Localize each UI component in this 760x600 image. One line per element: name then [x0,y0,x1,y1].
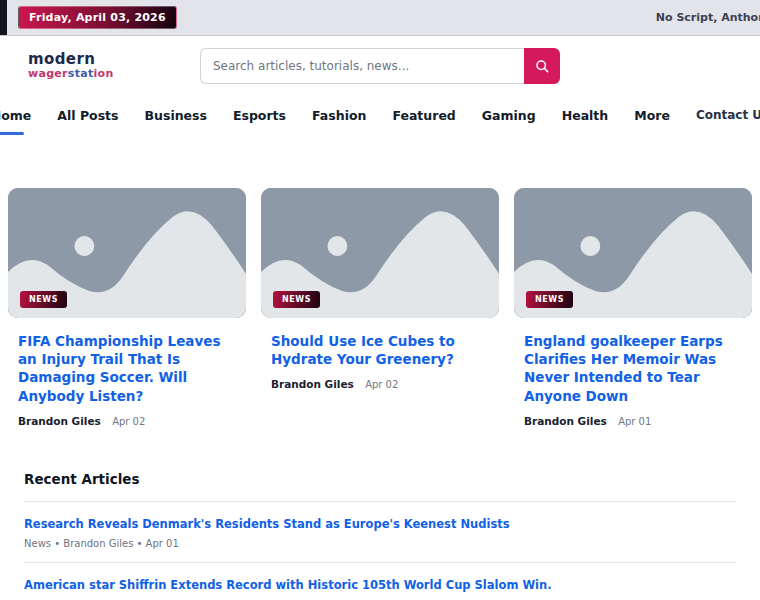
article-card: NEWS Should Use Ice Cubes to Hydrate You… [261,188,499,427]
category-badge[interactable]: NEWS [273,291,320,308]
article-date: Apr 02 [112,416,145,427]
nav-item-contact-us[interactable]: Contact Us [696,102,760,134]
list-item: Research Reveals Denmark's Residents Sta… [24,502,736,563]
article-thumbnail[interactable]: NEWS [261,188,499,318]
topbar: Friday, April 03, 2026 No Script, Anthon [0,0,760,36]
article-card: NEWS FIFA Championship Leaves an Injury … [8,188,246,427]
nav-item-esports[interactable]: Esports [233,102,286,135]
date-text: Friday, April 03, 2026 [29,11,166,24]
nav-item-featured[interactable]: Featured [392,102,455,135]
main-nav: Home All Posts Business Esports Fashion … [0,96,760,140]
article-author: Brandon Giles [524,415,607,427]
nav-item-gaming[interactable]: Gaming [482,102,536,135]
search-icon [535,59,550,74]
article-title[interactable]: Should Use Ice Cubes to Hydrate Your Gre… [271,332,489,368]
nav-item-more[interactable]: More [634,102,670,135]
nav-item-all-posts[interactable]: All Posts [57,102,118,135]
article-author: Brandon Giles [271,378,354,390]
nav-item-fashion[interactable]: Fashion [312,102,366,135]
article-author: Brandon Giles [18,415,101,427]
article-meta: Brandon Giles Apr 01 [524,415,742,427]
recent-articles-section: Recent Articles Research Reveals Denmark… [24,471,736,600]
logo-word-wagerstation: wagerstation [28,68,114,80]
article-date: Apr 02 [365,379,398,390]
topbar-right-text: No Script, Anthon [656,11,760,24]
article-card: NEWS England goalkeeper Earps Clarifies … [514,188,752,427]
category-badge[interactable]: NEWS [20,291,67,308]
left-edge-strip [0,0,7,36]
recent-article-title[interactable]: Research Reveals Denmark's Residents Sta… [24,517,736,531]
recent-articles-heading: Recent Articles [24,471,736,502]
featured-articles-row: NEWS FIFA Championship Leaves an Injury … [0,188,760,427]
article-meta: Brandon Giles Apr 02 [18,415,236,427]
search-input[interactable] [200,48,524,84]
search-button[interactable] [524,48,560,84]
category-badge[interactable]: NEWS [526,291,573,308]
article-thumbnail[interactable]: NEWS [8,188,246,318]
article-thumbnail[interactable]: NEWS [514,188,752,318]
date-badge: Friday, April 03, 2026 [18,6,177,29]
search-bar [200,48,560,84]
logo-word-modern: modern [28,52,114,68]
article-date: Apr 01 [618,416,651,427]
site-header: modern wagerstation [0,36,760,96]
article-title[interactable]: England goalkeeper Earps Clarifies Her M… [524,332,742,405]
article-meta: Brandon Giles Apr 02 [271,378,489,390]
nav-item-health[interactable]: Health [562,102,609,135]
nav-item-home[interactable]: Home [0,102,31,135]
list-item: American star Shiffrin Extends Record wi… [24,563,736,600]
recent-article-title[interactable]: American star Shiffrin Extends Record wi… [24,578,736,592]
article-title[interactable]: FIFA Championship Leaves an Injury Trail… [18,332,236,405]
recent-article-meta: News • Brandon Giles • Apr 01 [24,538,736,549]
nav-item-business[interactable]: Business [145,102,207,135]
site-logo[interactable]: modern wagerstation [28,52,114,80]
